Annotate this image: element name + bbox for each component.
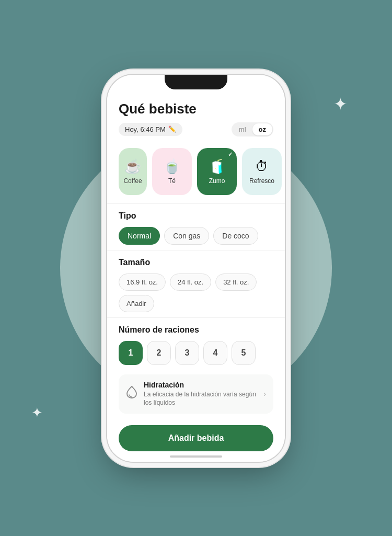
hydration-text: Hidratación La eficacia de la hidratació…	[144, 381, 257, 408]
size-169-pill[interactable]: 16.9 fl. oz.	[119, 273, 166, 291]
raciones-5-pill[interactable]: 5	[232, 341, 256, 365]
drink-icon-coffee: ☕	[124, 158, 141, 175]
drink-label-tea: Té	[168, 177, 176, 185]
drink-icon-zumo: 🧃	[209, 158, 225, 175]
unit-ml-button[interactable]: ml	[233, 123, 252, 135]
header: Qué bebiste Hoy, 6:46 PM ✏️ ml oz	[107, 92, 285, 142]
tamano-section: Tamaño 16.9 fl. oz. 24 fl. oz. 32 fl. oz…	[107, 250, 285, 317]
drink-card-tea[interactable]: 🍵 Té	[152, 148, 192, 195]
size-24-pill[interactable]: 24 fl. oz.	[170, 273, 211, 291]
add-button-wrapper: Añadir bebida	[107, 421, 285, 460]
date-badge[interactable]: Hoy, 6:46 PM ✏️	[119, 123, 182, 136]
drink-label-zumo: Zumo	[209, 177, 225, 185]
tipo-pills: Normal Con gas De coco	[119, 227, 273, 245]
add-beverage-button[interactable]: Añadir bebida	[119, 425, 273, 451]
unit-oz-button[interactable]: oz	[252, 123, 272, 135]
unit-toggle: ml oz	[232, 122, 273, 136]
size-32-pill[interactable]: 32 fl. oz.	[215, 273, 257, 291]
size-pills: 16.9 fl. oz. 24 fl. oz. 32 fl. oz. Añadi…	[119, 273, 273, 312]
hydration-description: La eficacia de la hidratación varía segú…	[144, 390, 257, 408]
drink-card-refresco[interactable]: ⏱ Refresco	[242, 148, 282, 195]
raciones-pills: 1 2 3 4 5	[119, 341, 273, 365]
phone-frame: Qué bebiste Hoy, 6:46 PM ✏️ ml oz	[107, 75, 285, 462]
chevron-right-icon: ›	[263, 390, 266, 398]
raciones-3-pill[interactable]: 3	[175, 341, 199, 365]
raciones-section: Número de raciones 1 2 3 4 5	[107, 318, 285, 370]
drink-categories-scroll: ☕ Coffee 🍵 Té ✓ 🧃 Zumo	[107, 142, 285, 203]
size-add-pill[interactable]: Añadir	[119, 295, 154, 312]
drink-card-zumo[interactable]: ✓ 🧃 Zumo	[197, 148, 237, 195]
tipo-section: Tipo Normal Con gas De coco	[107, 204, 285, 250]
hydration-box[interactable]: Hidratación La eficacia de la hidratació…	[119, 374, 273, 414]
drink-icon-tea: 🍵	[164, 158, 180, 175]
hydration-title: Hidratación	[144, 381, 257, 389]
tipo-title: Tipo	[119, 211, 273, 221]
home-indicator	[170, 455, 222, 458]
sparkle-top-right-icon: ✦	[333, 94, 348, 114]
tipo-normal-pill[interactable]: Normal	[119, 227, 160, 245]
tipo-congas-pill[interactable]: Con gas	[164, 227, 209, 245]
date-label: Hoy, 6:46 PM	[125, 126, 166, 133]
phone-notch	[165, 75, 227, 89]
raciones-4-pill[interactable]: 4	[203, 341, 227, 365]
tipo-decoco-pill[interactable]: De coco	[213, 227, 258, 245]
raciones-title: Número de raciones	[119, 325, 273, 335]
raciones-2-pill[interactable]: 2	[147, 341, 171, 365]
drink-label-coffee: Coffee	[123, 177, 142, 185]
page-title: Qué bebiste	[119, 101, 273, 117]
raciones-1-pill[interactable]: 1	[119, 341, 143, 365]
tamano-title: Tamaño	[119, 258, 273, 267]
drink-label-refresco: Refresco	[249, 177, 274, 185]
check-mark-zumo: ✓	[228, 151, 233, 158]
sparkle-bottom-left-icon: ✦	[31, 405, 43, 421]
edit-icon: ✏️	[168, 126, 176, 133]
hydration-icon	[126, 385, 137, 402]
drink-card-coffee[interactable]: ☕ Coffee	[119, 148, 147, 195]
drink-icon-refresco: ⏱	[255, 158, 269, 175]
